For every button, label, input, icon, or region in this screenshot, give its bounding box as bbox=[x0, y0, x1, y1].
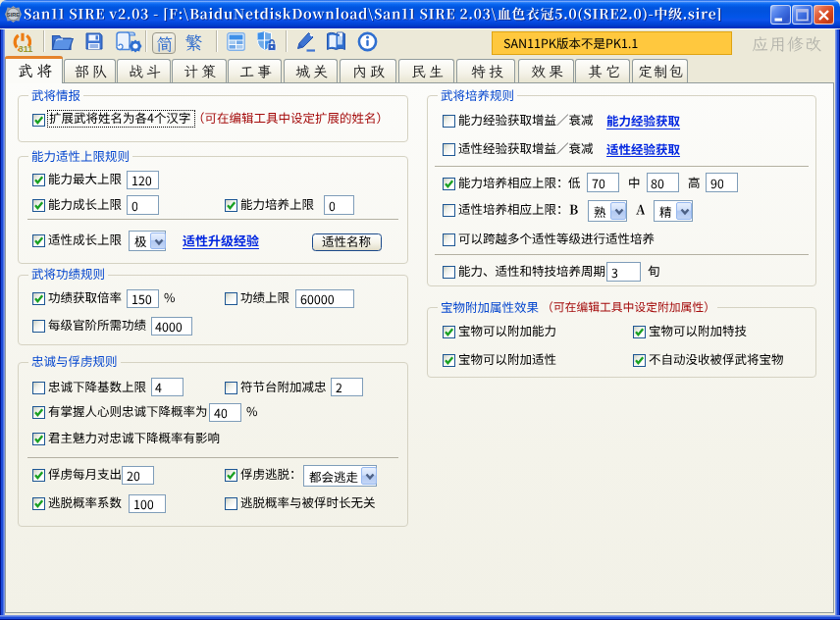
svg-text:311: 311 bbox=[19, 44, 33, 54]
svg-text:SIRE: SIRE bbox=[7, 12, 20, 18]
